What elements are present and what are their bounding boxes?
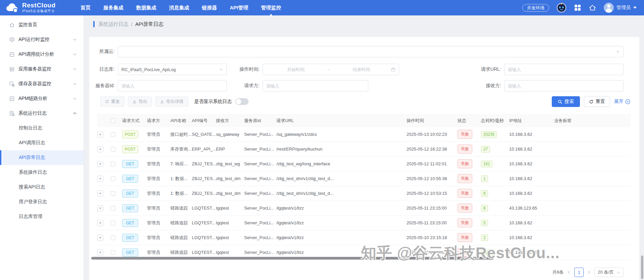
sidebar-item-API调用统计分析[interactable]: APIAPI调用统计分析	[0, 47, 84, 62]
sidebar-subitem-搜索API日志[interactable]: 搜索API日志	[0, 180, 84, 194]
cloud-select[interactable]	[118, 46, 624, 57]
sidebar-item-应用服务器监控[interactable]: 应用服务器监控	[0, 62, 84, 76]
receiver-input[interactable]	[508, 83, 620, 89]
expand-row-button[interactable]: +	[97, 161, 103, 167]
logdb-select-input[interactable]	[121, 67, 219, 72]
home-icon[interactable]	[589, 4, 596, 12]
prev-page-button[interactable]	[567, 270, 571, 274]
requester-field[interactable]	[263, 80, 368, 92]
expand-row-button[interactable]: +	[97, 220, 103, 226]
sidebar-subitem-用户登录日志[interactable]: 用户登录日志	[0, 194, 84, 209]
requesturl-field[interactable]	[504, 64, 624, 75]
row-checkbox[interactable]	[111, 162, 115, 166]
status-badge: 失败	[458, 189, 472, 198]
toolbar: 重发 导出 导出详情 是否显示系统日志 搜索	[100, 96, 630, 107]
duration-badge: 20235	[481, 131, 497, 138]
logo-text: RestCloud iPaaS企业集成平台	[22, 2, 56, 13]
show-system-log-toggle[interactable]	[235, 98, 249, 105]
breadcrumb-parent[interactable]: 系统运行日志	[98, 21, 128, 27]
reset-label: 重置	[596, 99, 605, 105]
optime-range-picker[interactable]: ~	[263, 64, 399, 75]
checkbox-cell	[111, 176, 122, 181]
expand-row-button[interactable]: +	[97, 235, 103, 241]
expand-row-button[interactable]: +	[97, 190, 103, 197]
reset-button[interactable]: 重置	[584, 96, 610, 107]
user-menu[interactable]: 管理员	[604, 3, 637, 13]
sidebar-item-label: 系统运行日志	[18, 110, 47, 116]
select-all-checkbox[interactable]	[111, 118, 115, 123]
cloud-select-input[interactable]	[121, 49, 616, 54]
page-number-button[interactable]: 1	[574, 268, 584, 277]
cell-status: 失败	[458, 145, 481, 154]
requesturl-label: 请求URL:	[472, 66, 504, 72]
app-root: RestCloud iPaaS企业集成平台 首页服务集成数据集成消息集成链接器A…	[0, 0, 644, 280]
end-time-input[interactable]	[332, 67, 391, 72]
vertical-scrollbar[interactable]	[641, 256, 643, 279]
filter-serverid-group: 服务器Id:	[89, 80, 227, 92]
nav-item-管理监控[interactable]: 管理监控	[260, 3, 282, 13]
table-row: +GET管理员链路追踪LGQTEST...lgqtestServer_PocLi…	[97, 216, 631, 230]
row-checkbox[interactable]	[111, 176, 115, 181]
export-detail-button[interactable]: 导出详情	[155, 97, 188, 107]
nav-item-首页[interactable]: 首页	[80, 3, 91, 13]
cell-requester: 管理员	[147, 131, 170, 137]
row-checkbox[interactable]	[111, 132, 115, 137]
sidebar-subitem-日志库管理[interactable]: 日志库管理	[0, 209, 84, 224]
requesturl-input[interactable]	[508, 67, 620, 72]
chevron-down-icon	[616, 50, 620, 54]
receiver-field[interactable]	[504, 80, 624, 92]
sidebar-subitem-API异常日志[interactable]: API异常日志	[0, 150, 84, 165]
requester-input[interactable]	[266, 83, 365, 89]
cell-ip-address: 10.168.3.62	[509, 176, 554, 181]
expand-row-button[interactable]: +	[97, 176, 103, 182]
start-time-input[interactable]	[266, 67, 325, 72]
page-size-select[interactable]: 20 条/页	[594, 268, 624, 277]
nav-item-消息集成[interactable]: 消息集成	[168, 3, 190, 13]
column-header-apiname: API名称	[170, 118, 192, 124]
logdb-select[interactable]	[118, 64, 227, 75]
cell-duration: 6	[481, 205, 509, 212]
row-checkbox[interactable]	[111, 235, 115, 240]
expand-row-button[interactable]: +	[97, 131, 103, 137]
row-checkbox[interactable]	[111, 206, 115, 211]
table-row: +POST管理员库存查询...ERP_API_...ERPServer_PocL…	[97, 142, 631, 157]
horizontal-scrollbar[interactable]	[91, 257, 494, 260]
cell-receiver: lgqtest	[216, 206, 244, 211]
sidebar-subitem-API调用日志[interactable]: API调用日志	[0, 135, 84, 150]
cell-api-code: SQ_GATE...	[192, 132, 216, 137]
search-button[interactable]: 搜索	[552, 96, 580, 107]
next-page-button[interactable]	[587, 270, 591, 274]
row-checkbox[interactable]	[111, 191, 115, 196]
nav-item-链接器[interactable]: 链接器	[201, 3, 218, 13]
cell-operation-time: 2025-05-11 23:15:00	[407, 206, 458, 211]
expand-row-button[interactable]: +	[97, 205, 103, 211]
sidebar-item-缓存及容器监控[interactable]: 缓存及容器监控	[0, 76, 84, 91]
cell-api-name: 链路追踪	[170, 220, 192, 226]
sidebar-item-API运行时监控[interactable]: APIAPI运行时监控	[0, 32, 84, 47]
cell-api-code: LGQTEST...	[192, 206, 216, 211]
expand-filters-link[interactable]: 展开	[614, 99, 630, 105]
checkbox-cell	[111, 132, 122, 137]
cell-ip-address: 10.168.3.62	[509, 147, 554, 152]
sidebar-subitem-控制台日志[interactable]: 控制台日志	[0, 121, 84, 135]
resend-button[interactable]: 重发	[100, 97, 124, 107]
row-checkbox[interactable]	[111, 147, 115, 152]
serverid-input[interactable]	[121, 83, 223, 89]
expand-row-button[interactable]: +	[97, 146, 103, 152]
nav-item-数据集成[interactable]: 数据集成	[136, 3, 157, 13]
sidebar-item-监控首页[interactable]: 监控首页	[0, 17, 84, 32]
serverid-field[interactable]	[118, 80, 227, 92]
sidebar-item-系统运行日志[interactable]: 系统运行日志	[0, 106, 84, 121]
nav-item-API管理[interactable]: API管理	[229, 3, 249, 13]
row-checkbox[interactable]	[111, 250, 115, 255]
export-button[interactable]: 导出	[128, 97, 152, 107]
row-checkbox[interactable]	[111, 221, 115, 225]
nav-item-服务集成[interactable]: 服务集成	[103, 3, 124, 13]
sidebar-subitem-系统操作日志[interactable]: 系统操作日志	[0, 165, 84, 180]
logo[interactable]: RestCloud iPaaS企业集成平台	[0, 2, 80, 13]
expand-row-button[interactable]: +	[97, 249, 103, 256]
cell-ip-address: 10.168.3.62	[509, 220, 554, 225]
sidebar-item-APM链路分析[interactable]: APM链路分析	[0, 91, 84, 106]
apps-grid-icon[interactable]	[574, 4, 581, 11]
ai-assistant-icon[interactable]	[556, 3, 567, 13]
